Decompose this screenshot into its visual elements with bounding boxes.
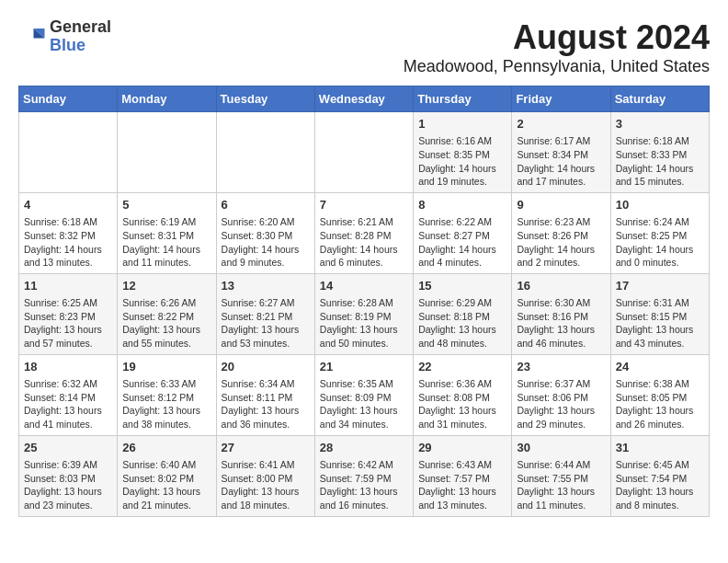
day-info: Sunset: 8:09 PM [320, 391, 408, 405]
logo: General Blue [18, 18, 111, 55]
day-info: Sunrise: 6:35 AM [320, 377, 408, 391]
day-number: 11 [24, 278, 112, 294]
day-info: Sunset: 8:00 PM [222, 472, 310, 486]
day-info: Daylight: 13 hours and 18 minutes. [222, 485, 310, 511]
day-number: 19 [122, 359, 210, 375]
calendar-cell: 16Sunrise: 6:30 AMSunset: 8:16 PMDayligh… [512, 273, 610, 354]
day-info: Sunrise: 6:24 AM [616, 215, 704, 229]
day-info: Daylight: 14 hours and 13 minutes. [24, 243, 112, 270]
day-info: Sunset: 8:16 PM [517, 310, 605, 324]
day-info: Daylight: 14 hours and 17 minutes. [517, 162, 605, 189]
day-info: Sunset: 8:18 PM [418, 310, 506, 324]
day-number: 14 [320, 278, 408, 294]
day-info: Sunrise: 6:41 AM [222, 458, 310, 472]
calendar-cell: 14Sunrise: 6:28 AMSunset: 8:19 PMDayligh… [314, 273, 413, 354]
day-info: Daylight: 13 hours and 50 minutes. [320, 323, 408, 350]
weekday-header-wednesday: Wednesday [314, 86, 413, 112]
calendar-cell: 2Sunrise: 6:17 AMSunset: 8:34 PMDaylight… [512, 112, 610, 193]
day-number: 5 [122, 197, 210, 213]
day-info: Daylight: 13 hours and 31 minutes. [418, 404, 506, 431]
day-info: Sunrise: 6:31 AM [616, 296, 704, 310]
day-info: Sunset: 8:12 PM [122, 391, 210, 405]
day-info: Daylight: 13 hours and 41 minutes. [24, 404, 112, 431]
day-info: Sunrise: 6:42 AM [320, 458, 408, 472]
day-info: Daylight: 13 hours and 13 minutes. [418, 485, 506, 511]
day-info: Sunrise: 6:21 AM [320, 215, 408, 229]
day-info: Daylight: 13 hours and 46 minutes. [517, 323, 605, 350]
day-info: Sunrise: 6:19 AM [122, 215, 210, 229]
day-number: 25 [24, 440, 112, 456]
day-info: Daylight: 13 hours and 8 minutes. [616, 485, 704, 511]
day-info: Sunrise: 6:20 AM [222, 215, 310, 229]
day-info: Sunrise: 6:22 AM [418, 215, 506, 229]
day-info: Daylight: 13 hours and 11 minutes. [517, 485, 605, 511]
calendar-cell: 10Sunrise: 6:24 AMSunset: 8:25 PMDayligh… [610, 192, 709, 273]
calendar-cell: 7Sunrise: 6:21 AMSunset: 8:28 PMDaylight… [314, 192, 413, 273]
day-number: 28 [320, 440, 408, 456]
day-info: Sunset: 7:55 PM [517, 472, 605, 486]
day-number: 13 [222, 278, 310, 294]
day-info: Daylight: 14 hours and 15 minutes. [616, 162, 704, 189]
day-info: Sunrise: 6:18 AM [616, 134, 704, 148]
day-info: Sunset: 8:03 PM [24, 472, 112, 486]
day-info: Sunrise: 6:44 AM [517, 458, 605, 472]
calendar-cell [19, 112, 118, 193]
day-info: Daylight: 13 hours and 23 minutes. [24, 485, 112, 511]
weekday-header-thursday: Thursday [414, 86, 512, 112]
weekday-header-sunday: Sunday [19, 86, 118, 112]
calendar-cell: 29Sunrise: 6:43 AMSunset: 7:57 PMDayligh… [414, 435, 512, 516]
day-number: 16 [517, 278, 605, 294]
calendar-week-row: 11Sunrise: 6:25 AMSunset: 8:23 PMDayligh… [19, 273, 710, 354]
day-number: 6 [222, 197, 310, 213]
day-info: Daylight: 13 hours and 48 minutes. [418, 323, 506, 350]
day-number: 29 [418, 440, 506, 456]
day-info: Daylight: 14 hours and 0 minutes. [616, 243, 704, 270]
page-title: August 2024 [404, 18, 710, 57]
day-info: Sunrise: 6:16 AM [418, 134, 506, 148]
calendar-cell [216, 112, 314, 193]
day-number: 7 [320, 197, 408, 213]
day-number: 18 [24, 359, 112, 375]
day-info: Sunrise: 6:34 AM [222, 377, 310, 391]
calendar-cell: 21Sunrise: 6:35 AMSunset: 8:09 PMDayligh… [314, 354, 413, 435]
calendar-cell: 1Sunrise: 6:16 AMSunset: 8:35 PMDaylight… [414, 112, 512, 193]
day-number: 26 [122, 440, 210, 456]
day-info: Sunrise: 6:37 AM [517, 377, 605, 391]
day-info: Sunset: 7:54 PM [616, 472, 704, 486]
day-info: Daylight: 13 hours and 38 minutes. [122, 404, 210, 431]
day-info: Daylight: 14 hours and 19 minutes. [418, 162, 506, 189]
calendar-cell: 8Sunrise: 6:22 AMSunset: 8:27 PMDaylight… [414, 192, 512, 273]
calendar-week-row: 25Sunrise: 6:39 AMSunset: 8:03 PMDayligh… [19, 435, 710, 516]
page-subtitle: Meadowood, Pennsylvania, United States [404, 57, 710, 76]
day-number: 10 [616, 197, 704, 213]
page-header: General Blue August 2024 Meadowood, Penn… [18, 18, 710, 76]
calendar-cell: 28Sunrise: 6:42 AMSunset: 7:59 PMDayligh… [314, 435, 413, 516]
day-info: Sunrise: 6:27 AM [222, 296, 310, 310]
weekday-header-saturday: Saturday [610, 86, 709, 112]
day-info: Sunrise: 6:30 AM [517, 296, 605, 310]
day-info: Sunrise: 6:23 AM [517, 215, 605, 229]
calendar-cell: 6Sunrise: 6:20 AMSunset: 8:30 PMDaylight… [216, 192, 314, 273]
calendar-cell: 23Sunrise: 6:37 AMSunset: 8:06 PMDayligh… [512, 354, 610, 435]
day-info: Sunrise: 6:32 AM [24, 377, 112, 391]
day-info: Sunrise: 6:18 AM [24, 215, 112, 229]
day-number: 24 [616, 359, 704, 375]
day-number: 27 [222, 440, 310, 456]
day-number: 12 [122, 278, 210, 294]
day-info: Sunset: 8:26 PM [517, 229, 605, 243]
day-info: Sunset: 8:06 PM [517, 391, 605, 405]
calendar-cell: 25Sunrise: 6:39 AMSunset: 8:03 PMDayligh… [19, 435, 118, 516]
calendar-cell: 4Sunrise: 6:18 AMSunset: 8:32 PMDaylight… [19, 192, 118, 273]
day-info: Daylight: 13 hours and 34 minutes. [320, 404, 408, 431]
calendar-table: SundayMondayTuesdayWednesdayThursdayFrid… [18, 86, 710, 517]
calendar-body: 1Sunrise: 6:16 AMSunset: 8:35 PMDaylight… [19, 112, 710, 517]
calendar-cell: 19Sunrise: 6:33 AMSunset: 8:12 PMDayligh… [118, 354, 216, 435]
day-info: Sunrise: 6:43 AM [418, 458, 506, 472]
day-number: 22 [418, 359, 506, 375]
day-info: Sunrise: 6:33 AM [122, 377, 210, 391]
calendar-cell: 18Sunrise: 6:32 AMSunset: 8:14 PMDayligh… [19, 354, 118, 435]
calendar-cell: 12Sunrise: 6:26 AMSunset: 8:22 PMDayligh… [118, 273, 216, 354]
calendar-cell: 26Sunrise: 6:40 AMSunset: 8:02 PMDayligh… [118, 435, 216, 516]
weekday-header-friday: Friday [512, 86, 610, 112]
day-info: Sunset: 8:28 PM [320, 229, 408, 243]
